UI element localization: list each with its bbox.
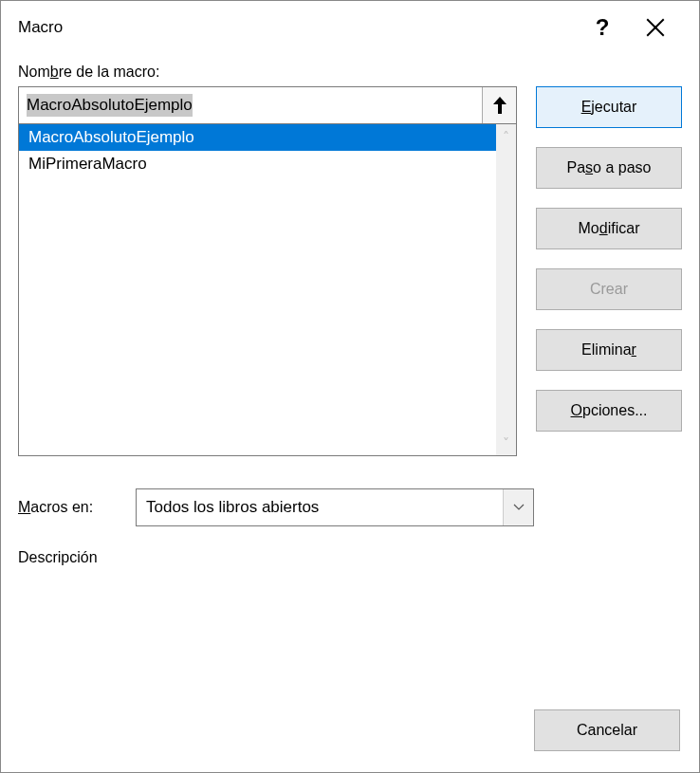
macros-in-value: Todos los libros abiertos — [137, 498, 503, 517]
close-button[interactable] — [629, 1, 682, 54]
delete-button[interactable]: Eliminar — [536, 329, 682, 371]
macro-list-item[interactable]: MacroAbsolutoEjemplo — [19, 124, 496, 151]
macro-name-label: Nombre de la macro: — [18, 64, 682, 81]
macro-name-go-button[interactable] — [482, 87, 516, 123]
edit-button[interactable]: Modificar — [536, 208, 682, 249]
macro-name-input[interactable]: MacroAbsolutoEjemplo — [19, 87, 482, 123]
title-bar: Macro ? — [1, 1, 699, 54]
scroll-down-icon: ˅ — [503, 436, 509, 450]
dropdown-toggle[interactable] — [503, 489, 533, 525]
run-button[interactable]: Ejecutar — [536, 86, 682, 128]
cancel-button[interactable]: Cancelar — [534, 709, 680, 751]
scroll-up-icon: ˄ — [503, 130, 509, 143]
close-icon — [646, 18, 665, 37]
listbox-scrollbar[interactable]: ˄ ˅ — [496, 124, 516, 455]
step-into-button[interactable]: Paso a paso — [536, 147, 682, 189]
macro-name-value: MacroAbsolutoEjemplo — [27, 94, 193, 117]
chevron-down-icon — [513, 504, 525, 511]
description-label: Descripción — [18, 549, 682, 566]
cancel-row: Cancelar — [534, 709, 680, 751]
macro-listbox[interactable]: MacroAbsolutoEjemplo MiPrimeraMacro ˄ ˅ — [18, 124, 517, 456]
options-button[interactable]: Opciones... — [536, 390, 682, 432]
macros-in-label: Macros en: — [18, 499, 124, 516]
arrow-up-icon — [491, 95, 508, 116]
dialog-title: Macro — [18, 18, 576, 37]
dialog-content: Nombre de la macro: MacroAbsolutoEjemplo… — [1, 54, 699, 583]
macro-name-input-wrap: MacroAbsolutoEjemplo — [18, 86, 517, 124]
help-button[interactable]: ? — [576, 1, 629, 54]
macros-in-dropdown[interactable]: Todos los libros abiertos — [136, 488, 534, 526]
macros-in-row: Macros en: Todos los libros abiertos — [18, 488, 682, 526]
macro-list-items: MacroAbsolutoEjemplo MiPrimeraMacro — [19, 124, 496, 455]
macro-list-item[interactable]: MiPrimeraMacro — [19, 151, 496, 177]
create-button: Crear — [536, 268, 682, 310]
